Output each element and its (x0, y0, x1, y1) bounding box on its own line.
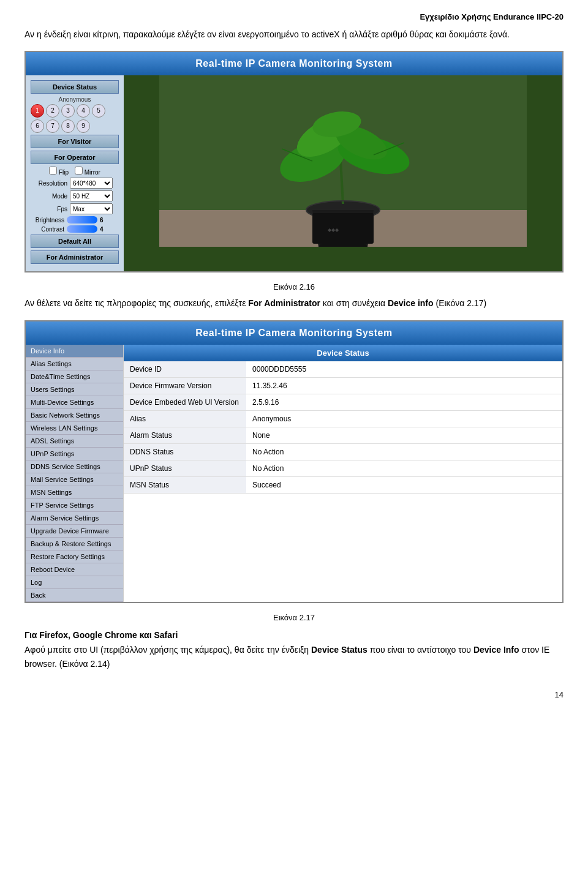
bottom-text2: που είναι το αντίστοιχο του (368, 645, 473, 655)
for-operator-btn[interactable]: For Operator (31, 151, 119, 164)
mode-row: Mode 50 HZ (31, 190, 119, 201)
channel-row-2: 6 7 8 9 (31, 119, 119, 133)
channel-btn-6[interactable]: 6 (31, 119, 44, 133)
for-administrator-btn[interactable]: For Administrator (31, 250, 119, 264)
status-field-value: 11.35.2.46 (246, 377, 562, 394)
desc1-text1: Αν θέλετε να δείτε τις πληροφορίες της σ… (24, 298, 248, 308)
sidebar-nav-item-basic-network-settings[interactable]: Basic Network Settings (26, 409, 123, 422)
table-row: Device ID0000DDDD5555 (124, 361, 562, 378)
table-row: UPnP StatusNo Action (124, 460, 562, 476)
flip-checkbox-label[interactable]: Flip (49, 167, 69, 176)
resolution-select[interactable]: 640*480 (70, 178, 113, 189)
table-row: Device Embeded Web UI Version2.5.9.16 (124, 394, 562, 410)
sidebar-nav-item-backup-&-restore-settings[interactable]: Backup & Restore Settings (26, 538, 123, 550)
status-field-label: Alarm Status (124, 427, 246, 443)
camera-feed-1: ◆◆◆ (124, 75, 562, 271)
for-visitor-btn[interactable]: For Visitor (31, 135, 119, 148)
brightness-slider[interactable] (67, 216, 97, 224)
contrast-slider[interactable] (67, 225, 97, 233)
table-row: Alarm StatusNone (124, 427, 562, 443)
contrast-value: 4 (100, 226, 104, 233)
sidebar-nav: Device InfoAlias SettingsDate&Time Setti… (26, 345, 124, 602)
channel-btn-8[interactable]: 8 (61, 119, 75, 133)
status-field-label: UPnP Status (124, 460, 246, 476)
page-number: 14 (24, 690, 564, 699)
fps-select[interactable]: Max (70, 203, 113, 214)
bottom-title: Για Firefox, Google Chrome και Safari (24, 630, 178, 640)
fps-row: Fps Max (31, 203, 119, 214)
camera-controls: Device Status Anonymous 1 2 3 4 5 6 7 8 … (26, 75, 124, 271)
sidebar-nav-item-adsl-settings[interactable]: ADSL Settings (26, 435, 123, 448)
bottom-text1: Αφού μπείτε στο UI (περιβάλλον χρήσης τη… (24, 645, 311, 655)
mode-select[interactable]: 50 HZ (70, 190, 113, 201)
status-field-label: Alias (124, 410, 246, 427)
fps-label: Fps (31, 206, 67, 212)
sidebar-nav-item-msn-settings[interactable]: MSN Settings (26, 486, 123, 499)
channel-btn-1[interactable]: 1 (31, 104, 44, 118)
desc1-bold1: For Administrator (248, 298, 320, 308)
bottom-bold2: Device Info (473, 645, 519, 655)
channel-btn-2[interactable]: 2 (46, 104, 59, 118)
sidebar-nav-item-back[interactable]: Back (26, 589, 123, 602)
status-field-value: Succeed (246, 476, 562, 493)
sidebar-nav-item-wireless-lan-settings[interactable]: Wireless LAN Settings (26, 422, 123, 435)
status-field-label: Device Firmware Version (124, 377, 246, 394)
mirror-checkbox-label[interactable]: Mirror (75, 167, 100, 176)
brightness-label: Brightness (31, 217, 64, 224)
sidebar-nav-item-restore-factory-settings[interactable]: Restore Factory Settings (26, 550, 123, 563)
mode-label: Mode (31, 193, 67, 200)
status-field-value: 2.5.9.16 (246, 394, 562, 410)
flip-checkbox[interactable] (49, 167, 57, 175)
device-status-header: Device Status (124, 345, 562, 361)
sidebar-nav-item-mail-service-settings[interactable]: Mail Service Settings (26, 473, 123, 486)
sidebar-nav-item-ftp-service-settings[interactable]: FTP Service Settings (26, 499, 123, 512)
intro-text: Αν η ένδειξη είναι κίτρινη, παρακαλούμε … (24, 28, 564, 41)
svg-text:◆◆◆: ◆◆◆ (328, 227, 339, 233)
sidebar-nav-item-multi-device-settings[interactable]: Multi-Device Settings (26, 396, 123, 409)
svg-rect-14 (312, 213, 374, 244)
flip-mirror-row: Flip Mirror (31, 167, 119, 176)
desc1-bold2: Device info (388, 298, 434, 308)
channel-btn-4[interactable]: 4 (77, 104, 90, 118)
main-content: Device Status Device ID0000DDDD5555Devic… (124, 345, 562, 602)
resolution-label: Resolution (31, 180, 67, 187)
sidebar-nav-item-reboot-device[interactable]: Reboot Device (26, 563, 123, 576)
sidebar-nav-item-users-settings[interactable]: Users Settings (26, 383, 123, 396)
status-field-label: MSN Status (124, 476, 246, 493)
sidebar-nav-item-device-info[interactable]: Device Info (26, 345, 123, 358)
sidebar-nav-item-alias-settings[interactable]: Alias Settings (26, 358, 123, 370)
desc1-text2: και στη συνέχεια (320, 298, 388, 308)
sidebar-nav-item-ddns-service-settings[interactable]: DDNS Service Settings (26, 460, 123, 473)
anonymous-label: Anonymous (31, 96, 119, 103)
page-header: Εγχειρίδιο Χρήσης Endurance IIPC-20 (24, 12, 564, 21)
status-field-label: Device ID (124, 361, 246, 378)
sidebar-nav-item-upnp-settings[interactable]: UPnP Settings (26, 448, 123, 460)
status-table: Device ID0000DDDD5555Device Firmware Ver… (124, 361, 562, 494)
channel-btn-3[interactable]: 3 (61, 104, 75, 118)
sidebar-nav-item-alarm-service-settings[interactable]: Alarm Service Settings (26, 512, 123, 525)
bottom-text: Για Firefox, Google Chrome και Safari Αφ… (24, 628, 564, 672)
default-all-btn[interactable]: Default All (31, 235, 119, 248)
status-field-value: 0000DDDD5555 (246, 361, 562, 378)
status-field-value: Anonymous (246, 410, 562, 427)
status-field-value: None (246, 427, 562, 443)
camera-ui-body-1: Device Status Anonymous 1 2 3 4 5 6 7 8 … (26, 75, 562, 271)
channel-btn-5[interactable]: 5 (92, 104, 105, 118)
description-1: Αν θέλετε να δείτε τις πληροφορίες της σ… (24, 296, 564, 310)
figure-2-caption: Εικόνα 2.17 (24, 613, 564, 622)
mirror-checkbox[interactable] (75, 167, 83, 175)
brightness-row: Brightness 6 (31, 216, 119, 224)
brightness-value: 6 (100, 217, 104, 224)
figure-1-caption: Εικόνα 2.16 (24, 282, 564, 291)
contrast-label: Contrast (31, 226, 64, 233)
device-status-btn[interactable]: Device Status (31, 80, 119, 94)
camera-ui-body-2: Device InfoAlias SettingsDate&Time Setti… (26, 345, 562, 602)
channel-btn-7[interactable]: 7 (46, 119, 59, 133)
sidebar-nav-item-upgrade-device-firmware[interactable]: Upgrade Device Firmware (26, 525, 123, 538)
sidebar-nav-item-log[interactable]: Log (26, 576, 123, 589)
status-field-value: No Action (246, 460, 562, 476)
sidebar-nav-item-date&time-settings[interactable]: Date&Time Settings (26, 370, 123, 383)
channel-btn-9[interactable]: 9 (77, 119, 90, 133)
contrast-row: Contrast 4 (31, 225, 119, 233)
table-row: DDNS StatusNo Action (124, 443, 562, 460)
